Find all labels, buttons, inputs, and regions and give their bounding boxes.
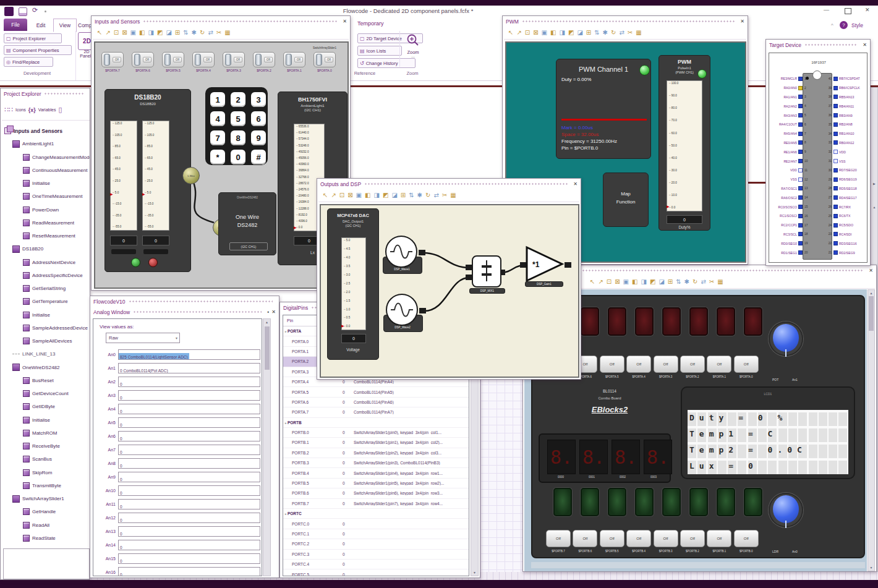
- toolbar-icon[interactable]: ▣: [542, 30, 547, 36]
- tree-item[interactable]: GetIDByte: [2, 400, 90, 413]
- toolbar-icon[interactable]: ✱: [603, 30, 608, 36]
- scroll-thumb[interactable]: [869, 296, 874, 331]
- dsp-wave2-component[interactable]: DSP_Wave2: [383, 294, 422, 332]
- close-icon[interactable]: ✕: [863, 43, 867, 48]
- digital-pin-row[interactable]: PORTC.0 0: [283, 519, 469, 529]
- pin-label-right[interactable]: RC5/SDO: [838, 223, 864, 227]
- digital-pin-row[interactable]: PORTB.3 0 SwitchArraySlider1(pin3), Comb…: [283, 458, 469, 468]
- pin-pad-right[interactable]: [833, 195, 838, 200]
- pin-label-left[interactable]: RA4/C1OUT: [772, 122, 798, 126]
- tree-item[interactable]: BusReset: [2, 374, 90, 387]
- pin-label-right[interactable]: RB1/AN10: [838, 132, 864, 135]
- port-off-button[interactable]: Off: [680, 356, 705, 373]
- pin-pad-right[interactable]: [833, 140, 838, 145]
- digital-pin-row[interactable]: PORTC: [283, 509, 469, 519]
- toolbar-icon[interactable]: ⊡: [607, 279, 612, 285]
- port-off-button[interactable]: Off: [626, 530, 651, 547]
- dsp-wave1-component[interactable]: DSP_Wave1: [383, 236, 421, 274]
- analog-value-field[interactable]: 0: [118, 417, 260, 428]
- toolbar-icon[interactable]: ▣: [623, 279, 629, 285]
- pin-pad-right[interactable]: [833, 77, 838, 81]
- tab-file[interactable]: File: [4, 19, 27, 31]
- tree-item[interactable]: AmbientLight1: [2, 137, 90, 150]
- tree-item[interactable]: ResetMeasurement: [2, 229, 90, 242]
- digital-pin-row[interactable]: PORTB.6 0 SwitchArraySlider1(pin6), keyp…: [283, 488, 469, 498]
- tab-edit[interactable]: Edit: [31, 20, 51, 31]
- analog-value-field[interactable]: 0: [118, 390, 260, 401]
- port-off-button[interactable]: Off: [707, 530, 731, 547]
- tree-item[interactable]: PowerDown: [2, 203, 90, 216]
- pin-label-left[interactable]: RD0/SEG0: [772, 242, 798, 245]
- pin-label-left[interactable]: RA1/AN1: [772, 95, 798, 99]
- tree-item[interactable]: OneTimeMeasurement: [2, 190, 90, 203]
- pin-label-right[interactable]: RC6/TX: [838, 214, 864, 218]
- analog-value-field[interactable]: 0: [118, 513, 260, 523]
- tree-item[interactable]: ReadAll: [2, 519, 90, 532]
- pin-label-left[interactable]: VSS: [772, 177, 798, 181]
- pin-pad-left[interactable]: [798, 132, 803, 136]
- tree-item[interactable]: Initialise: [2, 414, 90, 427]
- port-off-button[interactable]: Off: [573, 530, 597, 547]
- port-off-button[interactable]: Off: [734, 356, 759, 373]
- tree-item[interactable]: DS18B20: [2, 242, 90, 255]
- pin-label-right[interactable]: RC4/SDI: [838, 232, 864, 236]
- tree-item[interactable]: LINK_LINE_13: [2, 347, 90, 360]
- tree-item[interactable]: GetSerialString: [2, 282, 90, 295]
- pin-pad-right[interactable]: [833, 159, 838, 163]
- pwm-channel1-component[interactable]: PWM Channel 1 Duty = 0.00% Mark = 0.00us…: [556, 59, 651, 159]
- digital-pin-row[interactable]: PORTB: [283, 418, 469, 428]
- onewire-node-1[interactable]: 1-Wire: [182, 167, 200, 184]
- analog-value-field[interactable]: 0: [118, 404, 260, 414]
- close-button[interactable]: ✕: [865, 7, 870, 13]
- pin-pad-left[interactable]: [798, 177, 803, 182]
- board-horizontal-scrollbar[interactable]: [531, 562, 865, 568]
- pin-label-right[interactable]: RB3/AN9: [838, 114, 864, 117]
- pin-label-right[interactable]: RB4/AN11: [838, 104, 864, 108]
- view-mode-dropdown[interactable]: Raw ▾: [106, 333, 180, 343]
- scroll-up-arrow[interactable]: ▲: [263, 320, 270, 324]
- toolbar-icon[interactable]: ▦: [717, 279, 723, 285]
- dsp-mix-component[interactable]: DSP_MIX1: [472, 255, 503, 294]
- tree-item[interactable]: GetDeviceCount: [2, 387, 90, 400]
- toolbar-icon[interactable]: ◩: [650, 279, 655, 285]
- scroll-right-arrow[interactable]: ▶: [871, 182, 877, 185]
- pin-label-left[interactable]: RA0/AN0: [772, 86, 798, 90]
- tree-item[interactable]: ChangeMeasurementMode: [2, 151, 90, 164]
- pin-label-right[interactable]: RD7/SEG20: [838, 168, 864, 172]
- pin-pad-right[interactable]: [833, 232, 838, 236]
- variables-tab-label[interactable]: Variables: [38, 108, 56, 112]
- tree-item[interactable]: SampleAllDevices: [2, 334, 90, 347]
- pin-label-right[interactable]: RD3/SEG16: [838, 242, 864, 245]
- save-icon[interactable]: [19, 7, 27, 16]
- pin-pad-left[interactable]: [798, 95, 803, 99]
- pin-pad-left[interactable]: [798, 195, 803, 200]
- toolbar-icon[interactable]: ↻: [693, 279, 697, 285]
- toolbar-icon[interactable]: ⇅: [676, 279, 681, 285]
- pin-pad-left[interactable]: [798, 140, 803, 145]
- flowcode-group-caption[interactable]: FlowcodeV10: [90, 296, 279, 307]
- scroll-down-arrow[interactable]: ▼: [868, 566, 874, 569]
- analog-value-field[interactable]: 0: [118, 445, 260, 455]
- port-off-button[interactable]: Off: [680, 530, 705, 547]
- tree-item[interactable]: Inputs and Sensors: [2, 124, 90, 137]
- tree-item[interactable]: SwitchArraySlider1: [2, 492, 90, 505]
- tree-item[interactable]: Initialise: [2, 177, 90, 190]
- pwm-caption[interactable]: PWM✕: [503, 16, 748, 27]
- onewire-ds2482-component[interactable]: OneWireDS2482 One Wire DS2482 (I2C CH1): [218, 192, 276, 255]
- analog-value-field[interactable]: 0: [118, 472, 260, 482]
- pin-label-left[interactable]: RE3/MCLR: [772, 77, 798, 80]
- tree-item[interactable]: ScanBus: [2, 453, 90, 466]
- pin-pad-right[interactable]: [833, 177, 838, 182]
- pin-pad-right[interactable]: [833, 223, 838, 228]
- tree-item[interactable]: SampleAddressedDevice: [2, 322, 90, 334]
- analog-value-field[interactable]: 0: [118, 553, 260, 564]
- close-icon[interactable]: ✕: [740, 19, 744, 24]
- tree-item[interactable]: AddressNextDevice: [2, 256, 90, 269]
- port-off-button[interactable]: Off: [707, 356, 731, 373]
- pin-pad-left[interactable]: [798, 168, 803, 173]
- minimize-button[interactable]: —: [824, 7, 829, 13]
- digital-pin-row[interactable]: PORTB.5 0 SwitchArraySlider1(pin5), keyp…: [283, 479, 469, 488]
- digital-pin-row[interactable]: PORTB.4 0 SwitchArraySlider1(pin4), keyp…: [283, 468, 469, 478]
- tree-item[interactable]: GetHandle: [2, 505, 90, 518]
- digital-pin-row[interactable]: PORTC.1 0: [283, 529, 469, 539]
